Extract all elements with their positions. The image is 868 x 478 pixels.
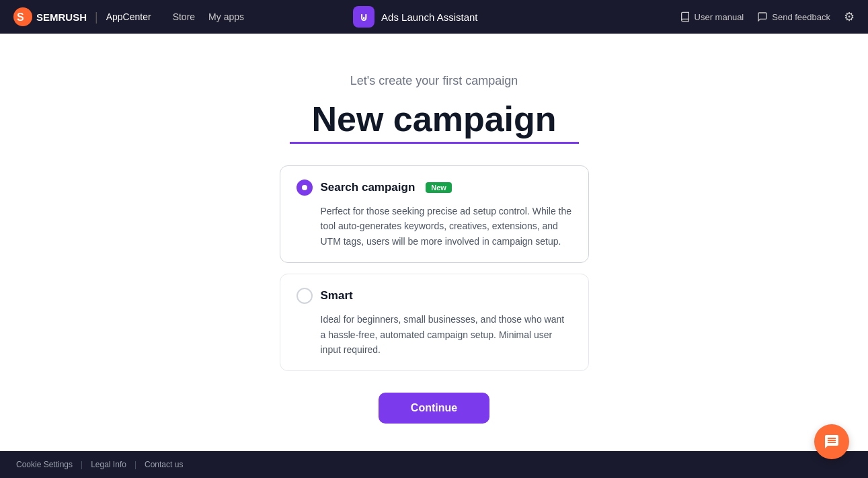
smart-campaign-card[interactable]: Smart Ideal for beginners, small busines… — [280, 274, 589, 371]
main-title: New campaign — [311, 99, 556, 139]
legal-info-link[interactable]: Legal Info — [91, 460, 126, 469]
search-campaign-description: Perfect for those seeking precise ad set… — [321, 204, 572, 249]
cookie-settings-link[interactable]: Cookie Settings — [16, 460, 73, 469]
navbar-right: User manual Send feedback ⚙ — [680, 9, 855, 24]
footer-sep-1: | — [81, 460, 83, 469]
app-title: Ads Launch Assistant — [381, 11, 477, 23]
search-radio[interactable] — [297, 180, 313, 196]
myapps-link[interactable]: My apps — [208, 11, 244, 22]
store-link[interactable]: Store — [173, 11, 195, 22]
chat-bubble[interactable] — [814, 424, 849, 459]
feedback-icon — [757, 11, 768, 22]
user-manual-text: User manual — [695, 12, 744, 22]
search-campaign-label: Search campaign — [321, 181, 416, 194]
footer-sep-2: | — [134, 460, 136, 469]
new-badge: New — [426, 182, 452, 193]
settings-icon[interactable]: ⚙ — [844, 9, 855, 24]
smart-radio[interactable] — [297, 288, 313, 304]
appcenter-text: AppCenter — [106, 11, 151, 22]
logo-area: S SEMRUSH | AppCenter — [13, 7, 151, 26]
logo-divider: | — [95, 10, 98, 24]
send-feedback-text: Send feedback — [772, 12, 830, 22]
navbar: S SEMRUSH | AppCenter Store My apps ⊍ Ad… — [0, 0, 868, 34]
semrush-icon: S — [13, 7, 32, 26]
search-card-header: Search campaign New — [297, 180, 572, 196]
semrush-logo[interactable]: S SEMRUSH — [13, 7, 87, 26]
main-content: Let's create your first campaign New cam… — [0, 34, 868, 451]
send-feedback-link[interactable]: Send feedback — [757, 11, 830, 22]
footer: Cookie Settings | Legal Info | Contact u… — [0, 451, 868, 478]
chat-icon — [824, 434, 840, 450]
navbar-center: ⊍ Ads Launch Assistant — [353, 6, 477, 28]
cards-container: Search campaign New Perfect for those se… — [280, 165, 589, 371]
continue-button[interactable]: Continue — [379, 393, 489, 424]
smart-card-header: Smart — [297, 288, 572, 304]
svg-text:S: S — [17, 11, 24, 23]
title-underline — [290, 142, 579, 144]
smart-campaign-label: Smart — [321, 289, 353, 303]
semrush-text: SEMRUSH — [36, 11, 87, 23]
nav-links: Store My apps — [173, 11, 244, 22]
app-icon: ⊍ — [353, 6, 374, 28]
smart-campaign-description: Ideal for beginners, small businesses, a… — [321, 312, 572, 357]
book-icon — [680, 11, 691, 22]
user-manual-link[interactable]: User manual — [680, 11, 744, 22]
contact-us-link[interactable]: Contact us — [145, 460, 183, 469]
subtitle: Let's create your first campaign — [350, 74, 518, 88]
search-campaign-card[interactable]: Search campaign New Perfect for those se… — [280, 165, 589, 263]
